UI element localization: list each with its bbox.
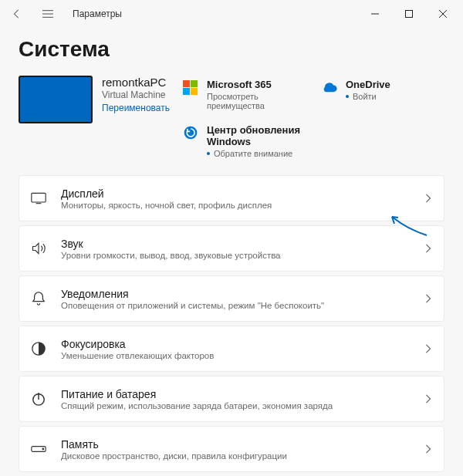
storage-icon	[30, 441, 47, 457]
row-title: Питание и батарея	[61, 388, 411, 400]
row-sub: Уменьшение отвлекающих факторов	[61, 351, 411, 360]
focus-icon	[30, 340, 47, 357]
row-display[interactable]: Дисплей Мониторы, яркость, ночной свет, …	[19, 175, 444, 221]
update-icon	[182, 124, 199, 141]
display-icon	[30, 190, 47, 207]
row-sub: Оповещения от приложений и системы, режи…	[61, 301, 411, 310]
row-power[interactable]: Питание и батарея Спящий режим, использо…	[19, 376, 444, 422]
row-notifications[interactable]: Уведомления Оповещения от приложений и с…	[19, 275, 444, 322]
row-sub: Дисковое пространство, диски, правила ко…	[61, 451, 411, 461]
close-button[interactable]	[426, 2, 460, 26]
row-title: Уведомления	[61, 288, 411, 300]
chevron-right-icon	[425, 394, 431, 403]
tile-title: Центр обновления Windows	[207, 124, 306, 147]
menu-button[interactable]	[34, 2, 62, 26]
sound-icon	[30, 240, 47, 257]
tile-onedrive[interactable]: OneDrive Войти	[321, 79, 444, 110]
tile-title: Microsoft 365	[207, 79, 306, 90]
page-title: Система	[19, 37, 444, 62]
chevron-right-icon	[425, 194, 431, 203]
row-title: Дисплей	[61, 187, 411, 200]
row-sub: Мониторы, яркость, ночной свет, профиль …	[61, 201, 411, 210]
row-sub: Спящий режим, использование заряда батар…	[61, 401, 411, 410]
title-bar: Параметры	[0, 0, 463, 28]
back-button[interactable]	[3, 2, 31, 26]
ms365-icon	[182, 79, 199, 96]
app-title: Параметры	[73, 8, 122, 19]
device-name: remontkaPC	[102, 76, 170, 89]
svg-rect-4	[406, 11, 413, 18]
tile-title: OneDrive	[346, 79, 390, 90]
device-type: Virtual Machine	[102, 89, 170, 100]
row-title: Звук	[61, 238, 411, 250]
svg-point-14	[42, 448, 44, 450]
maximize-button[interactable]	[392, 2, 426, 26]
rename-link[interactable]: Переименовать	[102, 103, 170, 113]
settings-list: Дисплей Мониторы, яркость, ночной свет, …	[19, 175, 444, 472]
row-storage[interactable]: Память Дисковое пространство, диски, пра…	[19, 426, 444, 472]
tile-action: Войти	[346, 92, 390, 101]
bell-icon	[30, 290, 47, 307]
chevron-right-icon	[425, 444, 431, 454]
chevron-right-icon	[425, 294, 431, 303]
row-title: Фокусировка	[61, 338, 411, 350]
svg-rect-8	[32, 193, 46, 202]
minimize-button[interactable]	[358, 2, 392, 26]
chevron-right-icon	[425, 344, 431, 353]
device-card: remontkaPC Virtual Machine Переименовать	[19, 76, 170, 158]
cloud-icon	[321, 79, 338, 96]
tile-ms365[interactable]: Microsoft 365 Просмотреть преимущества	[182, 79, 306, 110]
tile-windows-update[interactable]: Центр обновления Windows Обратите вниман…	[182, 124, 306, 158]
row-focus[interactable]: Фокусировка Уменьшение отвлекающих факто…	[19, 326, 444, 372]
row-sound[interactable]: Звук Уровни громкости, вывод, ввод, звук…	[19, 225, 444, 272]
tile-action: Обратите внимание	[207, 149, 306, 158]
power-icon	[30, 390, 47, 407]
chevron-right-icon	[425, 244, 431, 253]
row-title: Память	[61, 438, 411, 451]
tile-sub: Просмотреть преимущества	[207, 92, 306, 110]
row-sub: Уровни громкости, вывод, ввод, звуковые …	[61, 251, 411, 260]
device-thumbnail	[19, 76, 93, 123]
